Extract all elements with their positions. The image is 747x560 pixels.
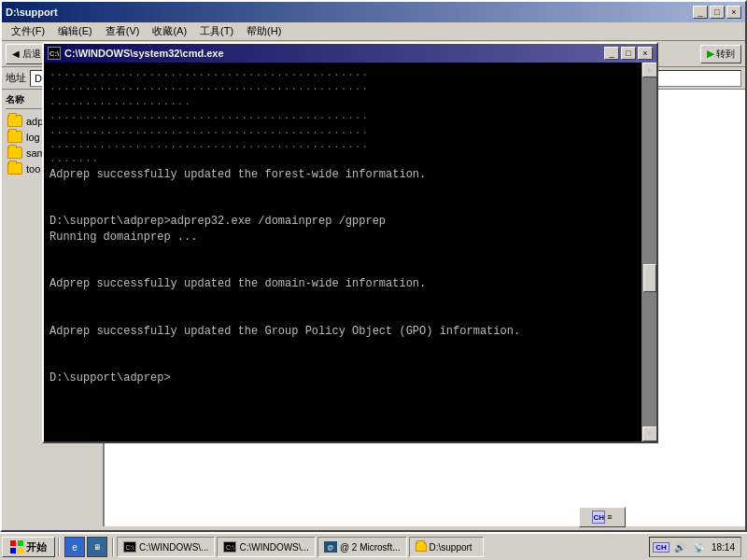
cmd-taskbar-icon: C:\ [123,541,136,553]
sidebar-item-label-too: too [26,163,40,175]
cmd-prompt: D:\support\adprep> [49,371,636,386]
volume-tray-icon[interactable]: 🔊 [672,540,687,553]
cmd-running-domainprep: Running domainprep ... [49,230,636,245]
input-method-icon: ≡ [607,512,612,522]
back-arrow-icon: ◀ [12,49,20,59]
folder-icon [7,131,22,143]
cmd-content: ........................................… [49,66,636,438]
ms-taskbar-icon: @ [324,541,337,553]
menu-favorites[interactable]: 收藏(A) [147,22,192,40]
scroll-thumb[interactable] [643,264,656,292]
system-tray: CH 🔊 📡 18:14 [649,537,741,557]
sidebar-item-label-adp: adp [26,116,43,127]
clock: 18:14 [710,542,737,553]
cmd-domain-success: Adprep successfully updated the domain-w… [49,276,636,292]
cmd-blank-6 [49,308,636,324]
dots-line-1: ........................................… [49,66,636,80]
back-label: 后退 [22,48,41,61]
menu-bar: 文件(F) 编辑(E) 查看(V) 收藏(A) 工具(T) 帮助(H) [2,22,745,41]
explorer-close-btn[interactable]: × [726,6,741,19]
svg-rect-1 [18,540,23,546]
cmd-blank-8 [49,355,636,371]
cmd-title-text: C:\ C:\WINDOWS\system32\cmd.exe [48,47,224,60]
cmd-close-btn[interactable]: × [638,47,653,60]
taskbar-btn-2-label: C:\WINDOWS\... [239,542,308,553]
cmd-blank-3 [49,245,636,261]
start-button[interactable]: 开始 [2,537,55,557]
menu-tools[interactable]: 工具(T) [194,22,239,40]
menu-edit[interactable]: 编辑(E) [52,22,98,40]
taskbar-btn-4-label: D:\support [430,542,472,553]
taskbar-btn-2[interactable]: C:\ C:\WINDOWS\... [217,537,315,557]
address-label: 地址 [6,71,26,85]
menu-help[interactable]: 帮助(H) [241,22,287,40]
taskbar-separator [58,538,60,556]
taskbar-btn-3-label: @ 2 Microsft... [340,542,401,553]
cmd-domainprep-cmd: D:\support\adprep>adprep32.exe /domainpr… [49,214,636,230]
scroll-up-btn[interactable]: ▲ [642,63,657,77]
cmd-forest-success: Adprep successfully updated the forest-w… [49,167,636,183]
cmd-blank-1 [49,183,636,199]
cmd-blank-5 [49,292,636,308]
cmd-icon: C:\ [48,47,61,60]
cmd-title-buttons: _ □ × [604,47,653,60]
menu-view[interactable]: 查看(V) [100,22,146,40]
taskbar: 开始 e 🖥 C:\ C:\WINDOWS\... C:\ C:\WINDOWS… [0,532,747,560]
svg-rect-2 [10,548,16,553]
network-tray-icon[interactable]: 📡 [691,540,706,553]
input-method-bar: CH ≡ [579,507,626,527]
cmd-blank-2 [49,198,636,214]
dots-line-5: ........................................… [49,124,636,138]
windows-logo [10,540,23,553]
cmd-blank-7 [49,340,636,356]
dots-line-3: .................... [49,95,636,109]
show-desktop-icon[interactable]: 🖥 [87,537,107,557]
cmd-gpo-success: Adprep successfully updated the Group Po… [49,324,636,340]
cmd-body: ........................................… [44,63,656,441]
goto-button[interactable]: ▶ 转到 [700,45,741,63]
ie-icon[interactable]: e [64,537,85,557]
folder-icon [7,147,22,159]
folder-taskbar-icon [416,542,427,552]
scroll-down-btn[interactable]: ▼ [642,427,657,441]
explorer-minimize-btn[interactable]: _ [693,6,708,19]
cmd-maximize-btn[interactable]: □ [621,47,636,60]
sidebar-item-label-log: log [26,132,40,143]
svg-rect-3 [18,548,23,553]
cmd-title-bar: C:\ C:\WINDOWS\system32\cmd.exe _ □ × [44,44,656,63]
cmd-title-label: C:\WINDOWS\system32\cmd.exe [64,48,224,59]
goto-arrow-icon: ▶ [707,49,714,59]
cmd-minimize-btn[interactable]: _ [604,47,619,60]
dots-line-4: ........................................… [49,109,636,123]
dots-line-6: ........................................… [49,138,636,152]
taskbar-right: CH 🔊 📡 18:14 [645,537,745,557]
taskbar-btn-1[interactable]: C:\ C:\WINDOWS\... [117,537,215,557]
folder-icon [7,115,22,127]
svg-rect-0 [10,540,16,546]
menu-file[interactable]: 文件(F) [6,22,50,40]
quick-launch: e 🖥 [63,537,109,557]
explorer-maximize-btn[interactable]: □ [710,6,725,19]
cmd-scrollbar: ▲ ▼ [641,63,656,441]
ch-icon[interactable]: CH [592,511,605,524]
explorer-title-buttons: _ □ × [693,6,741,19]
cmd-blank-4 [49,261,636,277]
input-method-tray-icon[interactable]: CH [654,540,669,553]
dots-line-2: ........................................… [49,80,636,94]
taskbar-btn-4[interactable]: D:\support [409,537,484,557]
taskbar-sep2 [112,538,114,556]
explorer-title: D:\support [6,7,58,18]
taskbar-btn-1-label: C:\WINDOWS\... [139,542,208,553]
folder-icon [7,162,22,175]
cmd-window: C:\ C:\WINDOWS\system32\cmd.exe _ □ × ..… [42,42,658,443]
explorer-title-bar: D:\support _ □ × [2,2,745,22]
start-label: 开始 [26,540,47,554]
dots-line-7: ....... [49,152,636,166]
cmd-taskbar-icon-2: C:\ [223,541,236,553]
taskbar-btn-3[interactable]: @ @ 2 Microsft... [317,537,407,557]
scroll-track [642,77,657,427]
goto-label: 转到 [716,48,735,61]
